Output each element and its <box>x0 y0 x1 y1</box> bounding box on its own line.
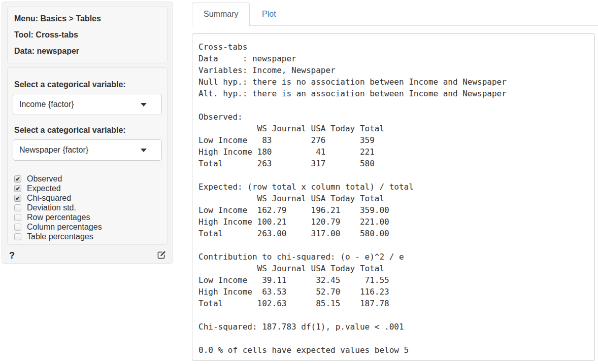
checkbox-expected[interactable]: ✔Expected <box>14 184 162 193</box>
tab-summary[interactable]: Summary <box>192 3 250 26</box>
checkbox-unchecked-icon[interactable] <box>14 204 21 211</box>
checkbox-checked-icon[interactable]: ✔ <box>14 195 21 202</box>
checkbox-table-percentages[interactable]: Table percentages <box>14 232 162 241</box>
checkbox-group: ✔Observed✔Expected✔Chi-squaredDeviation … <box>14 174 162 241</box>
checkbox-label: Column percentages <box>27 223 102 232</box>
checkbox-unchecked-icon[interactable] <box>14 214 21 221</box>
pencil-square-icon <box>157 250 167 260</box>
tab-bar: Summary Plot <box>192 3 598 26</box>
checkbox-label: Deviation std. <box>27 203 76 212</box>
var2-select[interactable]: Newspaper {factor} <box>13 139 162 161</box>
help-button[interactable]: ? <box>9 250 15 261</box>
checkbox-deviation-std[interactable]: Deviation std. <box>14 203 162 212</box>
checkbox-observed[interactable]: ✔Observed <box>14 174 162 184</box>
checkbox-label: Expected <box>27 184 61 193</box>
sidebar: Menu: Basics > Tables Tool: Cross-tabs D… <box>2 2 173 264</box>
controls-panel: Select a categorical variable: Income {f… <box>7 67 168 245</box>
checkbox-unchecked-icon[interactable] <box>14 224 21 231</box>
checkbox-checked-icon[interactable]: ✔ <box>14 175 21 183</box>
info-panel: Menu: Basics > Tables Tool: Cross-tabs D… <box>7 7 168 63</box>
var2-label: Select a categorical variable: <box>14 126 162 134</box>
tool-name: Tool: Cross-tabs <box>14 27 160 43</box>
checkbox-column-percentages[interactable]: Column percentages <box>14 222 162 232</box>
checkbox-label: Row percentages <box>27 213 90 222</box>
summary-output-panel: Cross-tabs Data : newspaper Variables: I… <box>192 33 595 361</box>
var1-label: Select a categorical variable: <box>14 80 162 89</box>
menu-breadcrumb: Menu: Basics > Tables <box>14 11 160 27</box>
checkbox-unchecked-icon[interactable] <box>14 233 21 240</box>
summary-text: Cross-tabs Data : newspaper Variables: I… <box>192 34 594 361</box>
checkbox-label: Observed <box>27 174 62 184</box>
checkbox-checked-icon[interactable]: ✔ <box>14 185 21 192</box>
var1-selected-value: Income {factor} <box>19 100 74 108</box>
checkbox-label: Table percentages <box>27 232 93 241</box>
tab-plot[interactable]: Plot <box>250 3 288 26</box>
var2-selected-value: Newspaper {factor} <box>19 145 88 154</box>
edit-report-button[interactable] <box>157 250 167 260</box>
checkbox-row-percentages[interactable]: Row percentages <box>14 212 162 222</box>
checkbox-chi-squared[interactable]: ✔Chi-squared <box>14 193 162 203</box>
chevron-down-icon <box>141 149 147 152</box>
dataset-name: Data: newspaper <box>14 43 160 59</box>
chevron-down-icon <box>141 103 147 106</box>
var1-select[interactable]: Income {factor} <box>13 94 162 115</box>
checkbox-label: Chi-squared <box>27 194 71 203</box>
